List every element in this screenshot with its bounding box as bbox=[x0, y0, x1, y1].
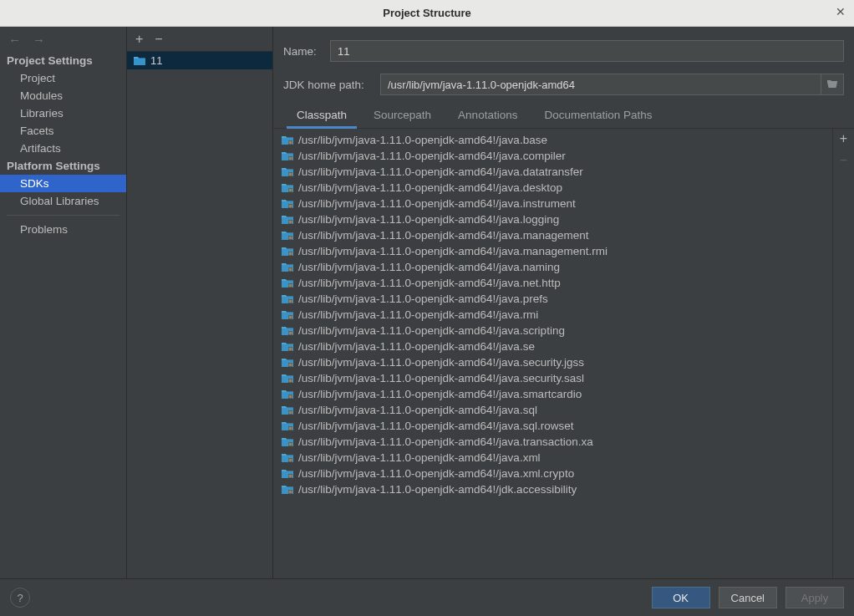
cancel-button[interactable]: Cancel bbox=[719, 587, 777, 608]
classpath-item-label: /usr/lib/jvm/java-1.11.0-openjdk-amd64!/… bbox=[298, 324, 565, 337]
window-title: Project Structure bbox=[383, 7, 470, 19]
folder-open-icon bbox=[826, 79, 838, 91]
classpath-item[interactable]: /usr/lib/jvm/java-1.11.0-openjdk-amd64!/… bbox=[273, 211, 832, 227]
ok-button[interactable]: OK bbox=[652, 587, 710, 608]
classpath-item[interactable]: /usr/lib/jvm/java-1.11.0-openjdk-amd64!/… bbox=[273, 402, 832, 418]
library-folder-icon bbox=[282, 342, 293, 352]
nav-item-sdks[interactable]: SDKs bbox=[0, 175, 126, 192]
classpath-item[interactable]: /usr/lib/jvm/java-1.11.0-openjdk-amd64!/… bbox=[273, 370, 832, 386]
close-icon[interactable]: ✕ bbox=[836, 5, 846, 18]
name-input[interactable] bbox=[330, 40, 844, 62]
svg-rect-40 bbox=[292, 252, 292, 255]
classpath-item[interactable]: /usr/lib/jvm/java-1.11.0-openjdk-amd64!/… bbox=[273, 164, 832, 180]
library-folder-icon bbox=[282, 358, 293, 368]
classpath-item[interactable]: /usr/lib/jvm/java-1.11.0-openjdk-amd64!/… bbox=[273, 180, 832, 196]
classpath-item-label: /usr/lib/jvm/java-1.11.0-openjdk-amd64!/… bbox=[298, 134, 547, 146]
classpath-item[interactable]: /usr/lib/jvm/java-1.11.0-openjdk-amd64!/… bbox=[273, 386, 832, 402]
svg-rect-64 bbox=[290, 331, 291, 334]
sdk-item-label: 11 bbox=[150, 54, 162, 67]
svg-rect-80 bbox=[292, 379, 292, 382]
svg-rect-28 bbox=[289, 220, 290, 223]
classpath-item[interactable]: /usr/lib/jvm/java-1.11.0-openjdk-amd64!/… bbox=[273, 466, 832, 481]
classpath-remove-icon[interactable]: − bbox=[840, 154, 847, 167]
classpath-item[interactable]: /usr/lib/jvm/java-1.11.0-openjdk-amd64!/… bbox=[273, 481, 832, 497]
library-folder-icon bbox=[282, 453, 293, 463]
classpath-item[interactable]: /usr/lib/jvm/java-1.11.0-openjdk-amd64!/… bbox=[273, 418, 832, 434]
nav-item-libraries[interactable]: Libraries bbox=[0, 104, 126, 122]
classpath-item[interactable]: /usr/lib/jvm/java-1.11.0-openjdk-amd64!/… bbox=[273, 354, 832, 370]
classpath-item[interactable]: /usr/lib/jvm/java-1.11.0-openjdk-amd64!/… bbox=[273, 291, 832, 307]
classpath-item[interactable]: /usr/lib/jvm/java-1.11.0-openjdk-amd64!/… bbox=[273, 227, 832, 243]
svg-rect-65 bbox=[292, 331, 292, 334]
svg-rect-70 bbox=[292, 347, 292, 350]
classpath-item[interactable]: /usr/lib/jvm/java-1.11.0-openjdk-amd64!/… bbox=[273, 434, 832, 450]
svg-rect-3 bbox=[289, 140, 290, 144]
svg-rect-45 bbox=[292, 267, 292, 271]
name-label: Name: bbox=[283, 45, 322, 58]
svg-rect-95 bbox=[292, 426, 292, 430]
nav-item-artifacts[interactable]: Artifacts bbox=[0, 140, 126, 157]
svg-rect-4 bbox=[290, 140, 291, 144]
classpath-item[interactable]: /usr/lib/jvm/java-1.11.0-openjdk-amd64!/… bbox=[273, 243, 832, 259]
back-icon[interactable]: ← bbox=[8, 33, 21, 47]
svg-rect-14 bbox=[290, 172, 291, 176]
classpath-item[interactable]: /usr/lib/jvm/java-1.11.0-openjdk-amd64!/… bbox=[273, 450, 832, 466]
classpath-item[interactable]: /usr/lib/jvm/java-1.11.0-openjdk-amd64!/… bbox=[273, 323, 832, 339]
help-button[interactable]: ? bbox=[10, 588, 30, 608]
classpath-add-icon[interactable]: + bbox=[840, 132, 847, 145]
nav-item-global-libraries[interactable]: Global Libraries bbox=[0, 192, 126, 210]
svg-rect-13 bbox=[289, 172, 290, 176]
classpath-item[interactable]: /usr/lib/jvm/java-1.11.0-openjdk-amd64!/… bbox=[273, 132, 832, 148]
nav-item-project[interactable]: Project bbox=[0, 69, 126, 87]
classpath-item-label: /usr/lib/jvm/java-1.11.0-openjdk-amd64!/… bbox=[298, 372, 584, 384]
nav-section-project: Project Settings bbox=[0, 52, 126, 69]
nav-separator bbox=[7, 215, 119, 216]
library-folder-icon bbox=[282, 294, 293, 304]
classpath-item[interactable]: /usr/lib/jvm/java-1.11.0-openjdk-amd64!/… bbox=[273, 275, 832, 291]
svg-rect-29 bbox=[290, 220, 291, 223]
svg-rect-34 bbox=[290, 236, 291, 239]
svg-rect-44 bbox=[290, 267, 291, 271]
library-folder-icon bbox=[282, 421, 293, 431]
add-icon[interactable]: + bbox=[135, 33, 143, 46]
classpath-item[interactable]: /usr/lib/jvm/java-1.11.0-openjdk-amd64!/… bbox=[273, 307, 832, 323]
tab-classpath[interactable]: Classpath bbox=[283, 104, 360, 128]
classpath-list[interactable]: /usr/lib/jvm/java-1.11.0-openjdk-amd64!/… bbox=[273, 129, 832, 578]
sdk-list-item[interactable]: 11 bbox=[127, 52, 272, 69]
tab-documentation-paths[interactable]: Documentation Paths bbox=[531, 104, 665, 128]
svg-rect-43 bbox=[289, 267, 290, 271]
library-folder-icon bbox=[282, 151, 293, 161]
classpath-item[interactable]: /usr/lib/jvm/java-1.11.0-openjdk-amd64!/… bbox=[273, 259, 832, 275]
svg-rect-88 bbox=[289, 410, 290, 414]
classpath-item[interactable]: /usr/lib/jvm/java-1.11.0-openjdk-amd64!/… bbox=[273, 196, 832, 211]
svg-rect-105 bbox=[292, 458, 292, 461]
nav-column: ← → Project Settings ProjectModulesLibra… bbox=[0, 27, 127, 578]
jdk-home-input[interactable] bbox=[380, 74, 821, 95]
remove-icon[interactable]: − bbox=[155, 33, 162, 46]
library-folder-icon bbox=[282, 389, 293, 400]
classpath-item[interactable]: /usr/lib/jvm/java-1.11.0-openjdk-amd64!/… bbox=[273, 339, 832, 354]
classpath-toolbar: + − bbox=[832, 129, 854, 578]
classpath-item-label: /usr/lib/jvm/java-1.11.0-openjdk-amd64!/… bbox=[298, 483, 577, 496]
svg-rect-85 bbox=[292, 395, 292, 398]
tab-sourcepath[interactable]: Sourcepath bbox=[360, 104, 445, 128]
apply-button[interactable]: Apply bbox=[785, 587, 844, 608]
tab-annotations[interactable]: Annotations bbox=[445, 104, 531, 128]
nav-item-modules[interactable]: Modules bbox=[0, 87, 126, 104]
nav-item-problems[interactable]: Problems bbox=[0, 221, 126, 238]
footer: ? OK Cancel Apply bbox=[0, 578, 854, 616]
nav-item-facets[interactable]: Facets bbox=[0, 122, 126, 140]
sdk-list: 11 bbox=[127, 52, 272, 578]
svg-rect-8 bbox=[289, 156, 290, 160]
forward-icon[interactable]: → bbox=[33, 33, 45, 47]
classpath-item[interactable]: /usr/lib/jvm/java-1.11.0-openjdk-amd64!/… bbox=[273, 148, 832, 164]
content-area: ← → Project Settings ProjectModulesLibra… bbox=[0, 27, 854, 578]
classpath-item-label: /usr/lib/jvm/java-1.11.0-openjdk-amd64!/… bbox=[298, 181, 562, 194]
svg-rect-108 bbox=[289, 474, 290, 477]
library-folder-icon bbox=[282, 247, 293, 257]
library-folder-icon bbox=[282, 199, 293, 209]
browse-button[interactable] bbox=[821, 74, 844, 95]
classpath-item-label: /usr/lib/jvm/java-1.11.0-openjdk-amd64!/… bbox=[298, 420, 573, 432]
classpath-item-label: /usr/lib/jvm/java-1.11.0-openjdk-amd64!/… bbox=[298, 451, 541, 464]
svg-rect-89 bbox=[290, 410, 291, 414]
